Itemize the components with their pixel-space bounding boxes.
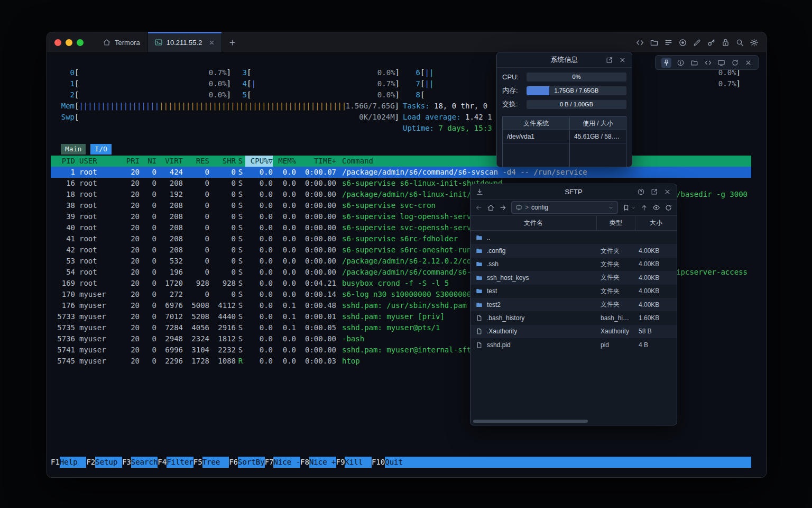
screen-tab-main[interactable]: Main (61, 144, 86, 155)
tab-home[interactable]: Termora (95, 32, 147, 52)
fkey-f9[interactable]: F9Kill (336, 457, 372, 468)
fkey-f4[interactable]: F4Filter (158, 457, 193, 468)
transfers-icon[interactable] (476, 188, 484, 196)
fkey-f10[interactable]: F10Quit (372, 457, 412, 468)
record-icon[interactable] (678, 38, 687, 47)
file-row[interactable]: .. (470, 231, 677, 244)
chevron-down-icon[interactable] (608, 205, 614, 211)
column-header-s[interactable]: S (236, 156, 245, 167)
open-in-new-icon[interactable] (650, 188, 658, 196)
file-size-cell: 4.00KB (635, 260, 677, 268)
code-icon[interactable] (635, 38, 644, 47)
virt-cell: 6996 (156, 344, 183, 356)
column-header-ni[interactable]: NI (140, 156, 156, 167)
fkey-f2[interactable]: F2Setup (86, 457, 122, 468)
pid-cell: 53 (51, 256, 75, 267)
file-name: test2 (487, 301, 501, 309)
sftp-column-header[interactable]: 文件名 (470, 216, 597, 230)
column-header-cpu[interactable]: CPU%▽ (245, 156, 273, 167)
fkey-f3[interactable]: F3Search (122, 457, 158, 468)
user-cell: root (79, 256, 123, 267)
pencil-icon[interactable] (693, 38, 702, 47)
ni-cell: 0 (140, 344, 156, 356)
key-icon[interactable] (707, 38, 716, 47)
file-row[interactable]: sshd.pidpid4 B (470, 338, 677, 351)
close-window-button[interactable] (54, 39, 61, 46)
mem-cell: 0.0 (273, 189, 296, 200)
open-in-new-icon[interactable] (605, 56, 613, 64)
minimize-window-button[interactable] (66, 39, 72, 46)
column-header-user[interactable]: USER (79, 156, 123, 167)
cast-icon[interactable] (717, 59, 725, 67)
gear-icon[interactable] (750, 38, 759, 47)
screen-tab-i-o[interactable]: I/O (90, 144, 111, 155)
file-row[interactable]: .ssh文件夹4.00KB (470, 258, 677, 271)
folder-icon[interactable] (690, 59, 698, 67)
column-header-res[interactable]: RES (183, 156, 209, 167)
close-icon[interactable] (619, 56, 626, 64)
eye-icon[interactable] (652, 204, 660, 212)
column-header-shr[interactable]: SHR (209, 156, 236, 167)
sftp-nav: > config (470, 199, 677, 216)
sftp-column-header[interactable]: 大小 (635, 216, 677, 230)
zoom-window-button[interactable] (77, 39, 84, 46)
column-header-time[interactable]: TIME+ (296, 156, 336, 167)
user-cell: myuser (79, 322, 123, 333)
fkey-f5[interactable]: F5Tree (193, 457, 229, 468)
tab-session[interactable]: 10.211.55.2 (147, 32, 223, 52)
close-tab-icon[interactable] (208, 39, 215, 46)
file-row[interactable]: .bash_historybash_history1.60KB (470, 311, 677, 324)
column-header-pid[interactable]: PID (51, 156, 75, 167)
refresh-icon[interactable] (731, 59, 739, 67)
lock-icon[interactable] (721, 38, 730, 47)
cpu-cell: 0.0 (245, 289, 273, 300)
pid-cell: 18 (51, 189, 75, 200)
info-icon[interactable] (677, 59, 685, 67)
file-row[interactable]: .config文件夹4.00KB (470, 244, 677, 257)
pin-icon[interactable] (661, 58, 671, 68)
sftp-column-header[interactable]: 类型 (597, 216, 635, 230)
shr-cell: 928 (209, 278, 236, 289)
column-header-mem[interactable]: MEM% (273, 156, 296, 167)
terminal-icon (154, 38, 163, 47)
new-tab-button[interactable] (222, 32, 243, 52)
forward-icon[interactable] (499, 204, 507, 212)
up-arrow-icon[interactable] (640, 204, 648, 212)
column-header-pri[interactable]: PRI (123, 156, 140, 167)
fkey-f8[interactable]: F8Nice + (300, 457, 336, 468)
time-cell: 0:00.00 (296, 189, 336, 200)
path-bar[interactable]: > config (511, 201, 618, 214)
fkey-f6[interactable]: F6SortBy (229, 457, 264, 468)
refresh-icon[interactable] (665, 204, 672, 212)
search-icon[interactable] (735, 38, 744, 47)
pid-cell: 39 (51, 211, 75, 222)
time-cell: 0:00.05 (296, 322, 336, 333)
filesystem-row: /dev/vda145.61GB / 58.3... (503, 130, 626, 143)
column-header-virt[interactable]: VIRT (156, 156, 183, 167)
folder-icon[interactable] (650, 38, 659, 47)
progress-bar: 0% (527, 72, 626, 81)
close-icon[interactable] (663, 188, 671, 196)
meter-label: 内存: (502, 86, 527, 95)
bookmark-control[interactable] (622, 204, 636, 212)
fkey-f1[interactable]: F1Help (51, 457, 86, 468)
home-icon[interactable] (487, 204, 495, 212)
file-row[interactable]: test文件夹4.00KB (470, 285, 677, 298)
back-icon[interactable] (475, 204, 483, 212)
list-icon[interactable] (664, 38, 673, 47)
file-row[interactable]: ssh_host_keys文件夹4.00KB (470, 271, 677, 284)
s-cell: S (236, 300, 245, 311)
fkey-f7[interactable]: F7Nice - (265, 457, 300, 468)
code-icon[interactable] (704, 59, 712, 67)
cpu-meter-3: 3[0.0%] (233, 67, 400, 78)
close-icon[interactable] (744, 59, 752, 67)
virt-cell: 192 (156, 189, 183, 200)
horizontal-scrollbar[interactable] (473, 420, 588, 423)
pid-cell: 16 (51, 178, 75, 189)
file-row[interactable]: .XauthorityXauthority58 B (470, 325, 677, 338)
help-icon[interactable] (637, 188, 645, 196)
process-row[interactable]: 1root20042400S0.00.00:00.07/package/admi… (51, 167, 751, 178)
time-cell: 0:00.00 (296, 222, 336, 233)
file-row[interactable]: test2文件夹4.00KB (470, 298, 677, 311)
res-cell: 0 (183, 233, 209, 244)
